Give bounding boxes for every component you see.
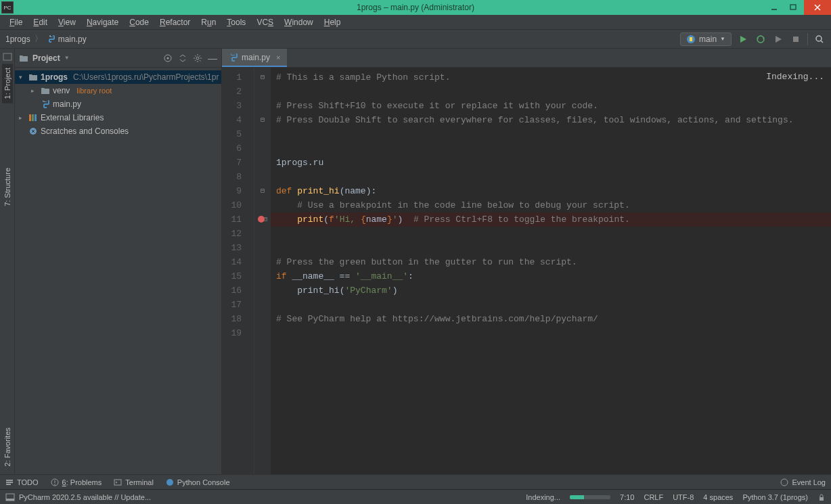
menu-code[interactable]: Code (124, 16, 154, 28)
panel-title: Project (32, 53, 60, 63)
locate-icon[interactable] (163, 53, 173, 63)
minimize-button[interactable] (765, 0, 784, 15)
project-panel: Project ▼ — ▾ 1progs C:\Users\1progs.ru\… (15, 49, 222, 474)
breakpoint-marker[interactable] (258, 216, 265, 223)
tree-venv-hint: library root (76, 87, 112, 95)
tab-problems[interactable]: 6: Problems (51, 478, 102, 486)
tab-todo-label: TODO (17, 478, 39, 486)
menu-vcs[interactable]: VCS (251, 16, 279, 28)
tree-external-libs[interactable]: ▸ External Libraries (15, 111, 221, 124)
python-icon (166, 478, 174, 486)
menu-tools[interactable]: Tools (221, 16, 251, 28)
chevron-right-icon: ▸ (19, 114, 26, 121)
svg-rect-26 (6, 484, 11, 485)
menu-edit[interactable]: Edit (28, 16, 53, 28)
menu-window[interactable]: Window (279, 16, 319, 28)
problems-icon (51, 478, 59, 486)
tree-file-main[interactable]: main.py (15, 97, 221, 111)
statusbar: PyCharm 2020.2.5 available // Update... … (0, 489, 831, 504)
editor-tab-label: main.py (242, 53, 270, 62)
run-config-label: main (699, 35, 717, 44)
menu-help[interactable]: Help (319, 16, 346, 28)
statusbar-toggle-icon[interactable] (5, 492, 15, 502)
status-encoding[interactable]: UTF-8 (673, 493, 694, 501)
tool-tab-structure[interactable]: 7: Structure (2, 164, 13, 210)
terminal-icon (114, 478, 122, 486)
left-tool-window-bar: 1: Project 7: Structure 2: Favorites (0, 49, 15, 474)
run-configuration-selector[interactable]: main ▼ (680, 32, 732, 46)
chevron-down-icon[interactable]: ▼ (64, 55, 70, 61)
tree-ext-label: External Libraries (41, 113, 104, 122)
tab-terminal[interactable]: Terminal (114, 478, 154, 486)
window-title: 1progs – main.py (Administrator) (357, 3, 474, 12)
tool-tab-project[interactable]: 1: Project (2, 64, 13, 103)
expand-all-icon[interactable] (178, 53, 187, 63)
project-tool-icon[interactable] (2, 51, 13, 62)
tab-console-label: Python Console (177, 478, 230, 486)
hide-icon[interactable]: — (208, 53, 217, 64)
maximize-button[interactable] (784, 0, 803, 15)
gutter-marks: ⊟ ⊟ ⊟ ⊟ (254, 68, 271, 474)
folder-icon (19, 53, 28, 63)
svg-point-18 (196, 57, 199, 60)
menu-view[interactable]: View (53, 16, 81, 28)
window-titlebar: PC 1progs – main.py (Administrator) (0, 0, 831, 15)
debug-button[interactable] (755, 33, 767, 45)
close-button[interactable] (804, 0, 831, 15)
eventlog-icon (780, 478, 788, 486)
tab-eventlog-label: Event Log (792, 478, 826, 486)
menu-file[interactable]: File (4, 16, 28, 28)
todo-icon (5, 478, 14, 486)
status-eol[interactable]: CRLF (644, 493, 663, 501)
code-editor[interactable]: 1234 5678 9101112 13141516 171819 ⊟ ⊟ ⊟ … (222, 68, 831, 474)
app-icon: PC (1, 1, 14, 14)
status-interpreter[interactable]: Python 3.7 (1progs) (742, 493, 808, 501)
svg-rect-15 (3, 53, 12, 60)
project-panel-header: Project ▼ — (15, 49, 221, 68)
svg-point-29 (54, 484, 55, 485)
status-indent[interactable]: 4 spaces (703, 493, 733, 501)
svg-point-31 (166, 479, 173, 486)
svg-rect-35 (819, 497, 824, 501)
svg-rect-34 (6, 499, 14, 501)
tab-python-console[interactable]: Python Console (166, 478, 230, 486)
run-button[interactable] (737, 33, 749, 45)
editor-tab-main[interactable]: main.py × (222, 49, 287, 67)
tab-event-log[interactable]: Event Log (780, 478, 826, 486)
status-cursor[interactable]: 7:10 (620, 493, 634, 501)
python-file-icon (229, 53, 238, 62)
tab-problems-label: 6: Problems (62, 478, 102, 486)
tree-root-path: C:\Users\1progs.ru\PycharmProjects\1pr (73, 72, 219, 82)
breadcrumb-root[interactable]: 1progs (5, 35, 30, 44)
svg-rect-21 (32, 114, 34, 121)
svg-point-19 (43, 101, 44, 101)
python-file-icon (47, 35, 56, 44)
svg-point-7 (757, 36, 764, 43)
close-tab-icon[interactable]: × (276, 53, 280, 62)
editor-tab-bar: main.py × (222, 49, 831, 68)
chevron-down-icon: ▾ (19, 74, 26, 81)
code-content[interactable]: # This is a sample Python script. # Pres… (271, 68, 831, 474)
menu-run[interactable]: Run (196, 16, 221, 28)
svg-point-13 (816, 36, 822, 41)
status-update-text[interactable]: PyCharm 2020.2.5 available // Update... (19, 493, 151, 501)
folder-icon (41, 86, 50, 95)
svg-rect-22 (35, 114, 37, 121)
tree-venv[interactable]: ▸ venv library root (15, 84, 221, 97)
breadcrumb-file[interactable]: main.py (58, 35, 87, 44)
run-with-coverage-button[interactable] (772, 33, 784, 45)
gear-icon[interactable] (193, 53, 202, 63)
project-tree[interactable]: ▾ 1progs C:\Users\1progs.ru\PycharmProje… (15, 68, 221, 141)
menu-refactor[interactable]: Refactor (154, 16, 196, 28)
menubar: File Edit View Navigate Code Refactor Ru… (0, 15, 831, 30)
lock-icon[interactable] (817, 493, 826, 501)
tree-scratches[interactable]: Scratches and Consoles (15, 124, 221, 138)
stop-button[interactable] (790, 33, 802, 45)
menu-navigate[interactable]: Navigate (81, 16, 124, 28)
indexing-overlay-label: Indexing... (766, 72, 824, 82)
chevron-down-icon: ▼ (720, 36, 725, 42)
tree-root[interactable]: ▾ 1progs C:\Users\1progs.ru\PycharmProje… (15, 70, 221, 84)
tool-tab-favorites[interactable]: 2: Favorites (2, 423, 13, 470)
tab-todo[interactable]: TODO (5, 478, 39, 486)
search-everywhere-button[interactable] (813, 33, 826, 45)
